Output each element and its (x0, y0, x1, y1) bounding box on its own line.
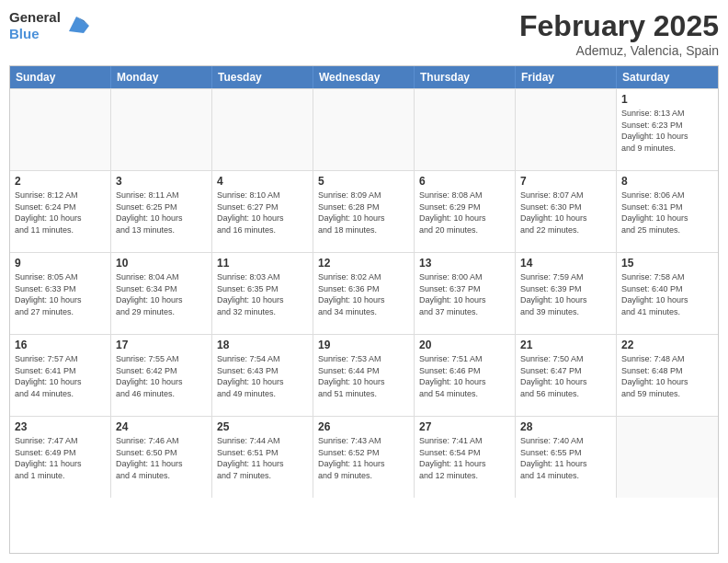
day-number: 17 (116, 339, 207, 351)
calendar-header: SundayMondayTuesdayWednesdayThursdayFrid… (10, 66, 718, 88)
header: General Blue February 2025 Ademuz, Valen… (9, 9, 719, 58)
day-cell-8: 8Sunrise: 8:06 AM Sunset: 6:31 PM Daylig… (617, 171, 718, 252)
day-number: 7 (520, 175, 611, 188)
day-cell-15: 15Sunrise: 7:58 AM Sunset: 6:40 PM Dayli… (617, 253, 718, 334)
day-info: Sunrise: 7:47 AM Sunset: 6:49 PM Dayligh… (15, 435, 106, 481)
day-info: Sunrise: 7:58 AM Sunset: 6:40 PM Dayligh… (621, 271, 713, 317)
day-number: 24 (116, 420, 207, 433)
day-info: Sunrise: 8:07 AM Sunset: 6:30 PM Dayligh… (520, 190, 611, 236)
week-row-5: 23Sunrise: 7:47 AM Sunset: 6:49 PM Dayli… (10, 416, 718, 498)
day-info: Sunrise: 7:59 AM Sunset: 6:39 PM Dayligh… (520, 271, 611, 317)
day-number: 25 (217, 420, 308, 433)
day-cell-empty (617, 417, 718, 498)
day-cell-17: 17Sunrise: 7:55 AM Sunset: 6:42 PM Dayli… (111, 335, 212, 416)
header-day-monday: Monday (111, 66, 212, 88)
day-info: Sunrise: 8:11 AM Sunset: 6:25 PM Dayligh… (116, 190, 207, 236)
day-cell-20: 20Sunrise: 7:51 AM Sunset: 6:46 PM Dayli… (415, 335, 516, 416)
logo: General Blue (9, 9, 89, 42)
day-number: 19 (318, 339, 409, 351)
day-number: 4 (217, 175, 308, 188)
header-day-thursday: Thursday (415, 66, 516, 88)
day-number: 15 (621, 257, 713, 270)
main-title: February 2025 (519, 9, 719, 43)
day-info: Sunrise: 7:53 AM Sunset: 6:44 PM Dayligh… (318, 353, 409, 399)
day-cell-empty (516, 89, 617, 170)
day-number: 1 (621, 93, 713, 106)
day-cell-1: 1Sunrise: 8:13 AM Sunset: 6:23 PM Daylig… (617, 89, 718, 170)
day-info: Sunrise: 8:06 AM Sunset: 6:31 PM Dayligh… (621, 190, 713, 236)
day-info: Sunrise: 8:12 AM Sunset: 6:24 PM Dayligh… (15, 190, 106, 236)
day-number: 10 (116, 257, 207, 270)
day-info: Sunrise: 8:03 AM Sunset: 6:35 PM Dayligh… (217, 271, 308, 317)
subtitle: Ademuz, Valencia, Spain (519, 43, 719, 58)
day-cell-empty (313, 89, 415, 170)
day-info: Sunrise: 7:48 AM Sunset: 6:48 PM Dayligh… (621, 353, 713, 399)
day-number: 21 (520, 339, 611, 351)
day-info: Sunrise: 7:54 AM Sunset: 6:43 PM Dayligh… (217, 353, 308, 399)
week-row-4: 16Sunrise: 7:57 AM Sunset: 6:41 PM Dayli… (10, 334, 718, 416)
day-cell-26: 26Sunrise: 7:43 AM Sunset: 6:52 PM Dayli… (313, 417, 415, 498)
day-info: Sunrise: 7:40 AM Sunset: 6:55 PM Dayligh… (520, 435, 611, 481)
day-cell-empty (10, 89, 111, 170)
day-cell-27: 27Sunrise: 7:41 AM Sunset: 6:54 PM Dayli… (415, 417, 516, 498)
svg-marker-0 (69, 17, 89, 33)
header-day-saturday: Saturday (617, 66, 718, 88)
day-info: Sunrise: 7:50 AM Sunset: 6:47 PM Dayligh… (520, 353, 611, 399)
day-info: Sunrise: 7:46 AM Sunset: 6:50 PM Dayligh… (116, 435, 207, 481)
day-cell-empty (212, 89, 313, 170)
day-number: 23 (15, 420, 106, 433)
day-info: Sunrise: 7:57 AM Sunset: 6:41 PM Dayligh… (15, 353, 106, 399)
calendar: SundayMondayTuesdayWednesdayThursdayFrid… (9, 65, 719, 554)
day-cell-empty (111, 89, 212, 170)
day-cell-2: 2Sunrise: 8:12 AM Sunset: 6:24 PM Daylig… (10, 171, 111, 252)
logo-icon (63, 13, 89, 39)
day-cell-10: 10Sunrise: 8:04 AM Sunset: 6:34 PM Dayli… (111, 253, 212, 334)
day-cell-24: 24Sunrise: 7:46 AM Sunset: 6:50 PM Dayli… (111, 417, 212, 498)
calendar-body: 1Sunrise: 8:13 AM Sunset: 6:23 PM Daylig… (10, 88, 718, 498)
day-cell-7: 7Sunrise: 8:07 AM Sunset: 6:30 PM Daylig… (516, 171, 617, 252)
logo-blue: Blue (9, 26, 61, 42)
day-info: Sunrise: 7:41 AM Sunset: 6:54 PM Dayligh… (419, 435, 510, 481)
day-number: 5 (318, 175, 409, 188)
day-cell-16: 16Sunrise: 7:57 AM Sunset: 6:41 PM Dayli… (10, 335, 111, 416)
day-number: 2 (15, 175, 106, 188)
day-cell-9: 9Sunrise: 8:05 AM Sunset: 6:33 PM Daylig… (10, 253, 111, 334)
day-number: 22 (621, 339, 713, 351)
day-cell-14: 14Sunrise: 7:59 AM Sunset: 6:39 PM Dayli… (516, 253, 617, 334)
day-number: 9 (15, 257, 106, 270)
day-number: 12 (318, 257, 409, 270)
day-cell-21: 21Sunrise: 7:50 AM Sunset: 6:47 PM Dayli… (516, 335, 617, 416)
day-number: 20 (419, 339, 510, 351)
day-info: Sunrise: 8:04 AM Sunset: 6:34 PM Dayligh… (116, 271, 207, 317)
day-number: 6 (419, 175, 510, 188)
day-info: Sunrise: 7:51 AM Sunset: 6:46 PM Dayligh… (419, 353, 510, 399)
week-row-2: 2Sunrise: 8:12 AM Sunset: 6:24 PM Daylig… (10, 170, 718, 252)
week-row-1: 1Sunrise: 8:13 AM Sunset: 6:23 PM Daylig… (10, 88, 718, 170)
day-number: 8 (621, 175, 713, 188)
day-number: 14 (520, 257, 611, 270)
day-cell-13: 13Sunrise: 8:00 AM Sunset: 6:37 PM Dayli… (415, 253, 516, 334)
title-block: February 2025 Ademuz, Valencia, Spain (519, 9, 719, 58)
logo-general: General (9, 9, 61, 26)
day-cell-empty (415, 89, 516, 170)
day-info: Sunrise: 8:08 AM Sunset: 6:29 PM Dayligh… (419, 190, 510, 236)
day-cell-28: 28Sunrise: 7:40 AM Sunset: 6:55 PM Dayli… (516, 417, 617, 498)
day-info: Sunrise: 7:44 AM Sunset: 6:51 PM Dayligh… (217, 435, 308, 481)
header-day-friday: Friday (516, 66, 617, 88)
day-info: Sunrise: 8:10 AM Sunset: 6:27 PM Dayligh… (217, 190, 308, 236)
day-cell-12: 12Sunrise: 8:02 AM Sunset: 6:36 PM Dayli… (313, 253, 415, 334)
header-day-sunday: Sunday (10, 66, 111, 88)
day-info: Sunrise: 8:13 AM Sunset: 6:23 PM Dayligh… (621, 108, 713, 154)
day-cell-19: 19Sunrise: 7:53 AM Sunset: 6:44 PM Dayli… (313, 335, 415, 416)
header-day-wednesday: Wednesday (313, 66, 415, 88)
day-number: 16 (15, 339, 106, 351)
day-cell-4: 4Sunrise: 8:10 AM Sunset: 6:27 PM Daylig… (212, 171, 313, 252)
day-cell-23: 23Sunrise: 7:47 AM Sunset: 6:49 PM Dayli… (10, 417, 111, 498)
day-info: Sunrise: 7:43 AM Sunset: 6:52 PM Dayligh… (318, 435, 409, 481)
day-number: 3 (116, 175, 207, 188)
day-number: 26 (318, 420, 409, 433)
day-info: Sunrise: 8:00 AM Sunset: 6:37 PM Dayligh… (419, 271, 510, 317)
header-day-tuesday: Tuesday (212, 66, 313, 88)
day-number: 11 (217, 257, 308, 270)
page: General Blue February 2025 Ademuz, Valen… (0, 0, 728, 563)
